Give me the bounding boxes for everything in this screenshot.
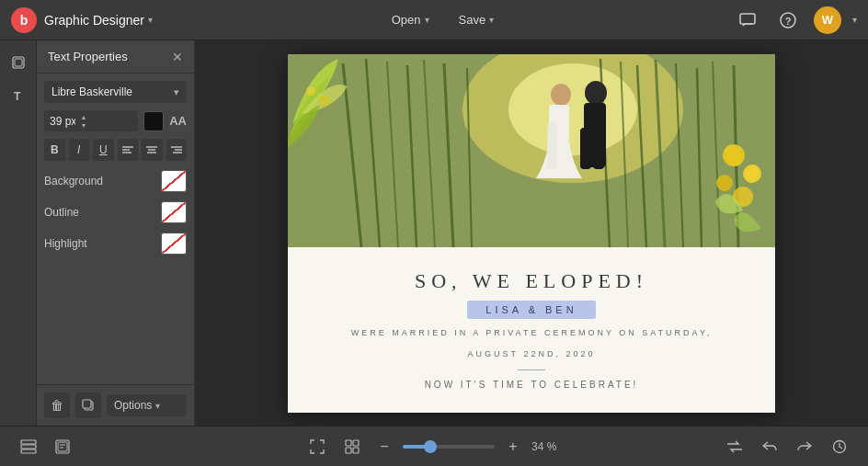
open-chevron-icon: ▾ xyxy=(425,15,429,25)
main-area: T Text Properties ✕ Libre Baskerville ▾ … xyxy=(0,40,868,426)
outline-row: Outline xyxy=(44,201,187,223)
card-subtitle-line1: WERE MARRIED IN A PRIVATE CEREMONY ON SA… xyxy=(351,326,713,339)
svg-rect-54 xyxy=(58,442,67,451)
zoom-value-label: 34 % xyxy=(531,440,565,453)
svg-rect-51 xyxy=(21,445,36,449)
zoom-slider[interactable] xyxy=(403,445,495,449)
save-chevron-icon: ▾ xyxy=(489,15,494,25)
highlight-label: Highlight xyxy=(44,237,87,250)
bottombar: − + 34 % xyxy=(0,426,868,466)
save-button[interactable]: Save ▾ xyxy=(451,9,502,30)
panel-close-button[interactable]: ✕ xyxy=(172,51,183,63)
svg-rect-16 xyxy=(83,400,91,408)
align-right-button[interactable] xyxy=(166,139,188,161)
outline-label: Outline xyxy=(44,206,79,219)
svg-point-19 xyxy=(508,63,637,155)
text-case-icon[interactable]: AA xyxy=(169,114,187,128)
grid-button[interactable] xyxy=(338,433,366,460)
svg-point-39 xyxy=(551,84,571,106)
panel-body: Libre Baskerville ▾ ▲ ▼ AA B I xyxy=(37,74,194,384)
svg-rect-52 xyxy=(21,449,36,453)
format-row: B I U xyxy=(44,139,187,161)
undo-button[interactable] xyxy=(756,433,783,460)
card-bottom: SO, WE ELOPED! LISA & BEN WERE MARRIED I… xyxy=(288,247,775,413)
card-divider xyxy=(518,369,545,370)
size-color-row: ▲ ▼ AA xyxy=(44,110,187,131)
left-toolbar: T xyxy=(0,40,37,426)
zoom-in-button[interactable]: + xyxy=(502,436,524,458)
svg-rect-37 xyxy=(580,128,591,169)
svg-rect-60 xyxy=(353,448,359,453)
app-logo[interactable]: b xyxy=(11,7,37,33)
delete-element-button[interactable]: 🗑 xyxy=(44,392,70,418)
user-avatar[interactable]: W xyxy=(814,6,841,34)
outline-swatch[interactable] xyxy=(161,201,187,223)
svg-rect-4 xyxy=(15,59,22,66)
align-left-button[interactable] xyxy=(118,139,139,161)
background-row: Background xyxy=(44,170,187,192)
zoom-out-button[interactable]: − xyxy=(373,436,395,458)
text-properties-panel: Text Properties ✕ Libre Baskerville ▾ ▲ … xyxy=(37,40,195,426)
font-chevron-icon: ▾ xyxy=(174,86,179,98)
highlight-row: Highlight xyxy=(44,233,187,255)
redo-button[interactable] xyxy=(791,433,818,460)
underline-button[interactable]: U xyxy=(93,139,114,161)
align-center-button[interactable] xyxy=(142,139,163,161)
card-names-badge: LISA & BEN xyxy=(467,301,595,319)
swap-button[interactable] xyxy=(721,433,748,460)
fit-canvas-button[interactable] xyxy=(303,433,331,460)
card-tagline: NOW IT'S TIME TO CELEBRATE! xyxy=(425,380,639,390)
tool-select[interactable] xyxy=(4,48,33,77)
options-button[interactable]: Options ▾ xyxy=(107,394,187,416)
italic-button[interactable]: I xyxy=(69,139,90,161)
canvas-area[interactable]: SO, WE ELOPED! LISA & BEN WERE MARRIED I… xyxy=(195,40,868,426)
user-chevron-icon[interactable]: ▾ xyxy=(852,15,857,25)
font-size-spinners: ▲ ▼ xyxy=(79,113,88,129)
pages-button[interactable] xyxy=(50,433,77,460)
svg-rect-57 xyxy=(346,440,351,446)
options-chevron-icon: ▾ xyxy=(155,401,160,411)
help-button[interactable]: ? xyxy=(773,6,803,35)
panel-footer: 🗑 Options ▾ xyxy=(37,384,194,426)
chat-button[interactable] xyxy=(733,6,762,35)
duplicate-element-button[interactable] xyxy=(75,392,101,418)
svg-text:T: T xyxy=(14,90,21,102)
tool-text[interactable]: T xyxy=(4,81,33,110)
topbar-center: Open ▾ Save ▾ xyxy=(153,9,733,30)
zoom-slider-thumb[interactable] xyxy=(424,440,437,453)
open-button[interactable]: Open ▾ xyxy=(384,9,437,30)
card-title: SO, WE ELOPED! xyxy=(415,269,648,293)
design-card: SO, WE ELOPED! LISA & BEN WERE MARRIED I… xyxy=(288,54,775,413)
background-label: Background xyxy=(44,175,103,188)
font-size-input[interactable] xyxy=(50,115,75,128)
svg-point-44 xyxy=(716,175,733,191)
bottombar-left xyxy=(15,433,77,460)
font-name-label: Libre Baskerville xyxy=(51,85,132,98)
panel-header: Text Properties ✕ xyxy=(37,40,194,74)
history-button[interactable] xyxy=(826,433,853,460)
bold-button[interactable]: B xyxy=(44,139,65,161)
app-name-button[interactable]: Graphic Designer ▾ xyxy=(44,13,153,28)
svg-rect-0 xyxy=(740,14,755,24)
layers-button[interactable] xyxy=(15,433,42,460)
svg-rect-59 xyxy=(346,448,351,453)
svg-rect-50 xyxy=(21,440,36,444)
font-selector[interactable]: Libre Baskerville ▾ xyxy=(44,81,187,103)
font-color-swatch[interactable] xyxy=(143,111,164,131)
zoom-controls: − + 34 % xyxy=(303,433,565,460)
panel-title: Text Properties xyxy=(48,50,128,63)
background-swatch[interactable] xyxy=(161,170,187,192)
font-size-up[interactable]: ▲ xyxy=(79,113,88,120)
svg-point-47 xyxy=(743,163,761,185)
topbar-right: ? W ▾ xyxy=(733,6,857,35)
card-subtitle-line2: AUGUST 22ND, 2020 xyxy=(468,347,596,360)
svg-point-49 xyxy=(306,86,315,96)
topbar: b Graphic Designer ▾ Open ▾ Save ▾ ? xyxy=(0,0,868,40)
svg-point-35 xyxy=(585,81,607,105)
svg-rect-38 xyxy=(593,128,604,169)
svg-text:?: ? xyxy=(785,15,792,26)
highlight-swatch[interactable] xyxy=(161,233,187,255)
card-photo xyxy=(288,54,775,247)
font-size-down[interactable]: ▼ xyxy=(79,121,88,129)
svg-rect-58 xyxy=(353,440,359,446)
